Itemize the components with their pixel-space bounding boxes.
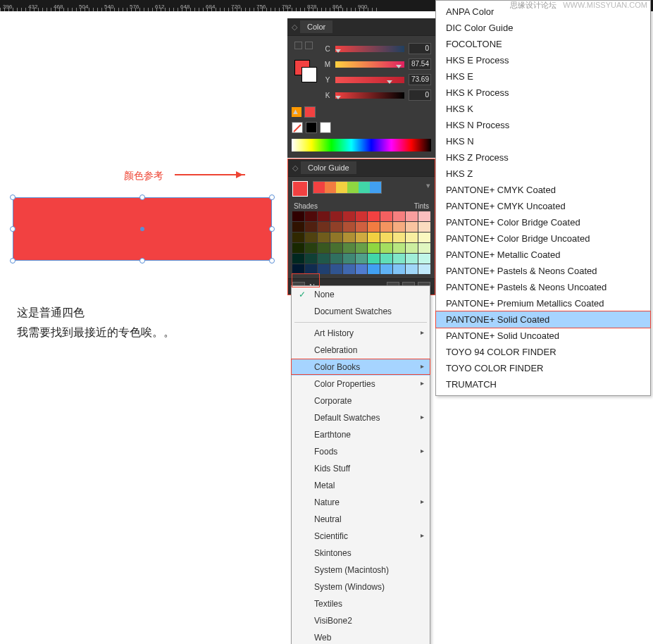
cmyk-value[interactable]: 0	[409, 43, 431, 54]
color-swatch[interactable]	[418, 264, 430, 274]
color-swatch[interactable]	[380, 243, 392, 253]
color-swatch[interactable]	[368, 243, 380, 253]
color-swatch[interactable]	[318, 233, 330, 242]
menu-item[interactable]: PANTONE+ Pastels & Neons Uncoated	[436, 279, 650, 295]
color-swatch[interactable]	[418, 211, 430, 221]
cmyk-slider[interactable]	[335, 46, 404, 52]
color-swatch[interactable]	[380, 254, 392, 264]
color-swatch[interactable]	[343, 264, 355, 274]
menu-item[interactable]: FOCOLTONE	[436, 36, 650, 52]
base-color-swatch[interactable]	[292, 181, 308, 197]
color-swatch[interactable]	[356, 254, 368, 264]
menu-item[interactable]: HKS N Process	[436, 117, 650, 133]
cmyk-value[interactable]: 73.69	[409, 74, 431, 85]
menu-item[interactable]: PANTONE+ Color Bridge Coated	[436, 214, 650, 230]
color-swatch[interactable]	[330, 222, 342, 232]
harmony-swatches[interactable]	[313, 181, 382, 194]
color-swatch[interactable]	[418, 222, 430, 232]
gamut-warning-icon[interactable]: ▲	[292, 107, 301, 117]
cmyk-slider[interactable]	[335, 77, 404, 83]
color-swatch[interactable]	[368, 211, 380, 221]
menu-item[interactable]: VisiBone2	[292, 612, 430, 629]
color-swatch[interactable]	[330, 254, 342, 264]
menu-item[interactable]: Document Swatches	[292, 303, 430, 320]
color-swatch[interactable]	[318, 264, 330, 274]
color-swatch[interactable]	[330, 211, 342, 221]
resize-handle[interactable]	[139, 258, 145, 264]
color-swatch[interactable]	[292, 211, 304, 221]
menu-item[interactable]: System (Macintosh)	[292, 562, 430, 578]
color-swatch[interactable]	[292, 243, 304, 253]
color-swatch[interactable]	[393, 243, 405, 253]
artboard[interactable]: 颜色参考 这是普通四色 我需要找到最接近的专色唉。。	[0, 11, 287, 644]
menu-item[interactable]: PANTONE+ Metallic Coated	[436, 247, 650, 263]
color-swatch[interactable]	[356, 243, 368, 253]
color-swatch[interactable]	[380, 264, 392, 274]
color-swatch[interactable]	[406, 222, 418, 232]
menu-item[interactable]: Foods	[292, 443, 430, 460]
color-swatch[interactable]	[406, 243, 418, 253]
color-swatch[interactable]	[343, 243, 355, 253]
color-swatch[interactable]	[292, 222, 304, 232]
menu-item[interactable]: Textiles	[292, 595, 430, 612]
color-swatch[interactable]	[318, 222, 330, 232]
color-swatch[interactable]	[406, 254, 418, 264]
menu-item[interactable]: DIC Color Guide	[436, 20, 650, 36]
menu-item[interactable]: Web	[292, 629, 430, 644]
menu-item[interactable]: HKS Z	[436, 166, 650, 182]
menu-item[interactable]: HKS Z Process	[436, 149, 650, 166]
menu-item[interactable]: None	[292, 286, 430, 303]
menu-item[interactable]: TRUMATCH	[436, 376, 650, 392]
menu-item[interactable]: TOYO 94 COLOR FINDER	[436, 344, 650, 360]
color-swatch[interactable]	[343, 233, 355, 242]
dropdown-icon[interactable]: ▾	[426, 181, 430, 190]
color-swatch[interactable]	[393, 233, 405, 242]
cmyk-value[interactable]: 0	[409, 89, 431, 101]
fill-stroke-toggle[interactable]	[294, 42, 313, 49]
color-swatch[interactable]	[318, 254, 330, 264]
resize-handle[interactable]	[10, 194, 15, 200]
menu-item[interactable]: PANTONE+ Solid Uncoated	[436, 328, 650, 344]
color-swatch[interactable]	[292, 254, 304, 264]
color-swatch[interactable]	[318, 243, 330, 253]
menu-item[interactable]: Kids Stuff	[292, 460, 430, 477]
color-swatch[interactable]	[330, 243, 342, 253]
menu-item[interactable]: TOYO COLOR FINDER	[436, 360, 650, 376]
menu-item[interactable]: PANTONE+ CMYK Coated	[436, 182, 650, 198]
color-swatch[interactable]	[418, 233, 430, 242]
menu-item[interactable]: HKS K Process	[436, 85, 650, 101]
menu-item[interactable]: Corporate	[292, 392, 430, 409]
resize-handle[interactable]	[139, 194, 145, 200]
color-swatch[interactable]	[343, 222, 355, 232]
tab-color-guide[interactable]: Color Guide	[301, 161, 356, 174]
menu-item[interactable]: Scientific	[292, 528, 430, 545]
color-swatch[interactable]	[380, 222, 392, 232]
menu-item[interactable]: HKS K	[436, 101, 650, 117]
menu-item[interactable]: Art History	[292, 325, 430, 342]
color-swatch[interactable]	[406, 264, 418, 274]
color-spectrum[interactable]	[292, 139, 431, 151]
color-swatch[interactable]	[292, 264, 304, 274]
menu-item[interactable]: Default Swatches	[292, 409, 430, 426]
cmyk-slider[interactable]	[335, 61, 404, 68]
color-swatch[interactable]	[368, 254, 380, 264]
menu-item[interactable]: Neutral	[292, 511, 430, 528]
color-swatch[interactable]	[356, 264, 368, 274]
resize-handle[interactable]	[10, 258, 15, 264]
white-swatch[interactable]	[320, 122, 331, 133]
color-swatch[interactable]	[292, 233, 304, 242]
none-swatch[interactable]	[292, 122, 303, 133]
color-swatch[interactable]	[406, 211, 418, 221]
menu-item[interactable]: PANTONE+ Premium Metallics Coated	[436, 295, 650, 311]
color-swatch[interactable]	[393, 264, 405, 274]
menu-item[interactable]: Color Properties	[292, 376, 430, 392]
stroke-color-well[interactable]	[301, 67, 317, 82]
color-swatch[interactable]	[330, 264, 342, 274]
color-swatch[interactable]	[368, 222, 380, 232]
color-swatch[interactable]	[305, 233, 317, 242]
color-swatch[interactable]	[305, 264, 317, 274]
menu-item[interactable]: PANTONE+ Color Bridge Uncoated	[436, 230, 650, 247]
color-swatch[interactable]	[305, 222, 317, 232]
color-variation-grid[interactable]	[292, 211, 430, 274]
color-swatch[interactable]	[368, 233, 380, 242]
